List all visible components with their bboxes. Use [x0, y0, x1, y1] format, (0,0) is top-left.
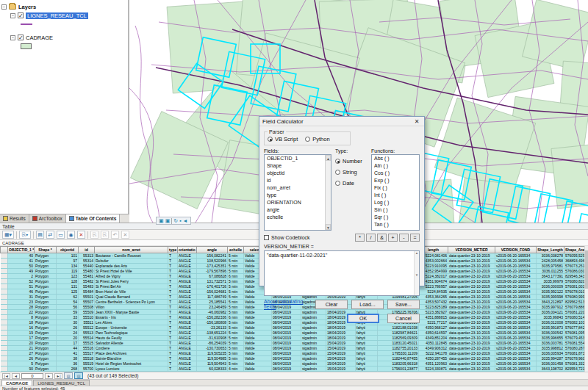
table-cell[interactable]: 3035,991873 [537, 325, 564, 331]
sheet-tab-cadrage[interactable]: CADRAGE [1, 380, 32, 386]
table-cell[interactable]: 576081,003286 [564, 284, 585, 289]
table-cell[interactable]: Polygon [35, 305, 57, 310]
table-cell[interactable]: data-quartier-23-10-2019 [448, 259, 495, 264]
table-cell[interactable]: Polygon [35, 279, 57, 284]
table-cell[interactable]: 50 [8, 264, 35, 269]
table-cell[interactable]: Polygon [35, 336, 57, 341]
table-cell[interactable]: 52 [8, 279, 35, 284]
table-cell[interactable]: v2019-06-20-165534 [495, 341, 537, 346]
table-cell[interactable]: 55516 [79, 346, 95, 351]
table-cell[interactable]: -23,26133 [197, 325, 228, 331]
table-cell[interactable]: 15/04/2019 [326, 356, 356, 361]
table-cell[interactable]: ANGLE [178, 274, 197, 279]
table-row[interactable]: 108Polygon31355881Parilly - UniversiteTA… [1, 372, 585, 372]
table-cell[interactable]: v2019-06-20-165534 [495, 346, 537, 351]
table-cell[interactable]: v2019-06-20-165534 [495, 295, 537, 300]
tree-root-row[interactable]: − Layers [1, 2, 126, 11]
fields-scrollbar[interactable]: ▲ ▼ [325, 155, 331, 230]
table-cell[interactable]: 4349,851204 [419, 336, 448, 341]
table-cell[interactable]: data-quartier-23-10-2019 [448, 279, 495, 284]
table-cell[interactable]: T [168, 310, 178, 315]
undo-button[interactable]: ↶ [111, 231, 119, 239]
row-selector[interactable] [1, 361, 8, 366]
table-cell[interactable]: St Priest Bel Air [95, 284, 168, 289]
table-cell[interactable]: Polygon [35, 269, 57, 274]
field-item[interactable]: Shape [265, 162, 331, 170]
table-cell[interactable]: 40 [8, 253, 35, 259]
table-cell[interactable]: fahyti [356, 346, 378, 351]
table-cell[interactable]: 55482 [79, 279, 95, 284]
table-cell[interactable]: data-quartier-23-10-2019 [448, 325, 495, 331]
column-header[interactable]: Shape_Area [564, 247, 585, 253]
zoom-to-selected-button[interactable]: ◉ [67, 231, 75, 239]
table-cell[interactable]: ANGLE [178, 336, 197, 341]
column-header[interactable]: id [79, 247, 95, 253]
table-cell[interactable]: Polygon [35, 300, 57, 305]
table-cell[interactable]: 3036,011255 [537, 269, 564, 274]
table-cell[interactable]: -176,401726 [197, 284, 228, 289]
table-cell[interactable]: T [168, 289, 178, 295]
load-button[interactable]: Load... [351, 300, 384, 309]
table-cell[interactable]: 125 [57, 289, 79, 295]
table-cell[interactable]: data-quartier-23-10-2019 [448, 351, 495, 356]
table-cell[interactable]: -121,392142 [197, 372, 228, 372]
table-cell[interactable]: 55509 [79, 310, 95, 315]
table-cell[interactable]: sigadmin [301, 331, 326, 336]
table-cell[interactable]: T [168, 295, 178, 300]
table-cell[interactable]: 55484 [79, 289, 95, 295]
table-cell[interactable]: 3036,038278 [537, 253, 564, 259]
table-cell[interactable]: 20 [8, 341, 35, 346]
table-cell[interactable]: ANGLE [178, 264, 197, 269]
cancel-button[interactable]: Cancel [387, 314, 420, 323]
table-cell[interactable]: 3035,997204 [537, 372, 564, 372]
table-cell[interactable]: 25,185541 [197, 300, 228, 305]
table-cell[interactable]: 24 [57, 331, 79, 336]
table-cell[interactable]: 5 min [228, 310, 244, 315]
table-cell[interactable]: -31,610908 [197, 336, 228, 341]
row-selector[interactable] [1, 356, 8, 361]
table-cell[interactable]: 55700 [79, 366, 95, 372]
radio-string[interactable]: String [335, 169, 368, 176]
table-cell[interactable]: ANGLE [178, 269, 197, 274]
table-cell[interactable]: 5 min [228, 305, 244, 310]
table-cell[interactable]: 08/04/2019 [272, 361, 301, 366]
table-cell[interactable]: 2428,005458 [537, 259, 564, 264]
table-cell[interactable]: Hotel de Region Montrochet [95, 361, 168, 366]
table-cell[interactable]: 56 [57, 305, 79, 310]
row-selector[interactable] [1, 336, 8, 341]
table-cell[interactable]: v2019-06-20-165534 [495, 310, 537, 315]
table-cell[interactable]: 27 [8, 351, 35, 356]
table-cell[interactable]: 576080,514233 [564, 315, 585, 320]
table-row[interactable]: 20Polygon1755515Salvador AllendeTANGLE-8… [1, 341, 585, 346]
table-cell[interactable]: 3035,999998 [537, 295, 564, 300]
table-cell[interactable]: 08/04/2019 [272, 372, 301, 372]
table-cell[interactable]: 59 [57, 310, 79, 315]
layer-item-cadrage[interactable]: − ✓ CADRAGE [1, 33, 126, 42]
row-selector[interactable] [1, 315, 8, 320]
table-cell[interactable]: Polygon [35, 331, 57, 336]
table-cell[interactable]: T [168, 284, 178, 289]
table-cell[interactable]: ANGLE [178, 315, 197, 320]
table-cell[interactable]: data-quartier-23-10-2019 [448, 331, 495, 336]
table-cell[interactable]: 28 [8, 305, 35, 310]
table-cell[interactable]: 313 [57, 372, 79, 372]
function-item[interactable]: Log ( ) [372, 199, 419, 206]
table-cell[interactable]: v2019-06-20-165534 [495, 320, 537, 325]
table-cell[interactable]: 3035,99979 [537, 279, 564, 284]
column-header[interactable]: type [168, 247, 178, 253]
table-cell[interactable]: -138,651224 [197, 331, 228, 336]
table-cell[interactable]: 55481 [79, 274, 95, 279]
table-cell[interactable]: 5 min [228, 325, 244, 331]
table-cell[interactable]: T [168, 279, 178, 284]
table-cell[interactable]: Essarts - Iris [95, 315, 168, 320]
table-cell[interactable]: 576081,554092 [564, 341, 585, 346]
table-cell[interactable]: 46 [8, 289, 35, 295]
table-cell[interactable]: 128 [57, 279, 79, 284]
record-number-input[interactable]: 0 [21, 373, 43, 379]
table-cell[interactable]: data-quartier-23-10-2019 [448, 356, 495, 361]
row-selector[interactable] [1, 366, 8, 372]
clear-button[interactable]: Clear [315, 300, 348, 309]
table-cell[interactable]: 131 [57, 284, 79, 289]
row-selector[interactable] [1, 372, 8, 372]
row-selector[interactable] [1, 300, 8, 305]
